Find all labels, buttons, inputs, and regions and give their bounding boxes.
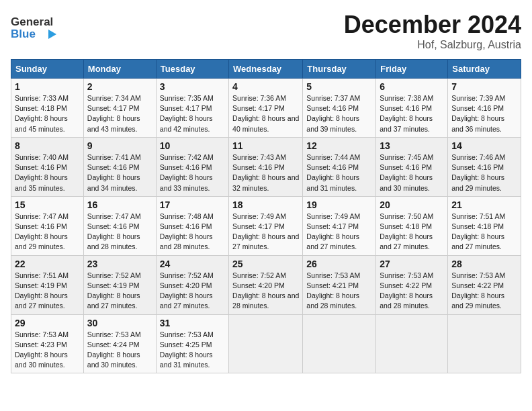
day-number: 5: [306, 81, 372, 92]
calendar-cell: 25Sunrise: 7:52 AMSunset: 4:20 PMDayligh…: [229, 255, 303, 314]
day-detail: Sunrise: 7:44 AMSunset: 4:16 PMDaylight:…: [306, 153, 360, 192]
day-number: 14: [451, 140, 517, 151]
calendar-cell: 1Sunrise: 7:33 AMSunset: 4:18 PMDaylight…: [11, 79, 84, 138]
weekday-header-saturday: Saturday: [448, 60, 521, 79]
weekday-header-monday: Monday: [83, 60, 156, 79]
day-number: 21: [451, 199, 517, 210]
day-detail: Sunrise: 7:53 AMSunset: 4:25 PMDaylight:…: [160, 330, 214, 369]
day-number: 3: [160, 81, 225, 92]
day-detail: Sunrise: 7:41 AMSunset: 4:16 PMDaylight:…: [87, 153, 141, 192]
calendar-cell: 11Sunrise: 7:43 AMSunset: 4:16 PMDayligh…: [229, 137, 303, 196]
title-block: December 2024 Hof, Salzburg, Austria: [344, 11, 521, 51]
calendar-cell: 21Sunrise: 7:51 AMSunset: 4:18 PMDayligh…: [448, 196, 521, 255]
day-detail: Sunrise: 7:49 AMSunset: 4:17 PMDaylight:…: [232, 212, 299, 251]
calendar-cell: 8Sunrise: 7:40 AMSunset: 4:16 PMDaylight…: [11, 137, 84, 196]
day-detail: Sunrise: 7:53 AMSunset: 4:22 PMDaylight:…: [451, 271, 505, 310]
calendar-cell: 26Sunrise: 7:53 AMSunset: 4:21 PMDayligh…: [303, 255, 376, 314]
location-subtitle: Hof, Salzburg, Austria: [344, 39, 521, 51]
calendar-cell: 9Sunrise: 7:41 AMSunset: 4:16 PMDaylight…: [83, 137, 156, 196]
day-number: 12: [306, 140, 372, 151]
svg-text:Blue: Blue: [11, 28, 36, 40]
weekday-header-thursday: Thursday: [303, 60, 376, 79]
day-number: 28: [451, 259, 517, 269]
calendar-cell: 5Sunrise: 7:37 AMSunset: 4:16 PMDaylight…: [303, 79, 376, 138]
calendar-cell: 29Sunrise: 7:53 AMSunset: 4:23 PMDayligh…: [11, 314, 84, 373]
calendar-cell: 30Sunrise: 7:53 AMSunset: 4:24 PMDayligh…: [83, 314, 156, 373]
day-detail: Sunrise: 7:52 AMSunset: 4:20 PMDaylight:…: [232, 271, 299, 310]
day-detail: Sunrise: 7:53 AMSunset: 4:22 PMDaylight:…: [380, 271, 433, 310]
calendar-cell: 10Sunrise: 7:42 AMSunset: 4:16 PMDayligh…: [156, 137, 228, 196]
day-detail: Sunrise: 7:53 AMSunset: 4:23 PMDaylight:…: [15, 330, 69, 369]
day-number: 13: [380, 140, 444, 151]
logo-icon: General Blue: [11, 11, 58, 44]
calendar-cell: 12Sunrise: 7:44 AMSunset: 4:16 PMDayligh…: [303, 137, 376, 196]
day-detail: Sunrise: 7:53 AMSunset: 4:21 PMDaylight:…: [306, 271, 360, 310]
calendar-week-row: 29Sunrise: 7:53 AMSunset: 4:23 PMDayligh…: [11, 314, 521, 373]
day-detail: Sunrise: 7:37 AMSunset: 4:16 PMDaylight:…: [306, 94, 360, 133]
day-detail: Sunrise: 7:51 AMSunset: 4:18 PMDaylight:…: [451, 212, 505, 251]
day-number: 26: [306, 259, 372, 269]
day-number: 16: [87, 199, 152, 210]
day-number: 20: [380, 199, 444, 210]
day-detail: Sunrise: 7:36 AMSunset: 4:17 PMDaylight:…: [232, 94, 299, 133]
calendar-cell: 7Sunrise: 7:39 AMSunset: 4:16 PMDaylight…: [448, 79, 521, 138]
day-number: 11: [232, 140, 299, 151]
day-number: 1: [15, 81, 80, 92]
day-detail: Sunrise: 7:40 AMSunset: 4:16 PMDaylight:…: [15, 153, 69, 192]
day-number: 29: [15, 318, 80, 328]
day-number: 31: [160, 318, 225, 328]
month-title: December 2024: [344, 11, 521, 39]
calendar-cell: 27Sunrise: 7:53 AMSunset: 4:22 PMDayligh…: [376, 255, 448, 314]
day-detail: Sunrise: 7:51 AMSunset: 4:19 PMDaylight:…: [15, 271, 69, 310]
calendar-table: SundayMondayTuesdayWednesdayThursdayFrid…: [11, 59, 521, 373]
calendar-cell: 19Sunrise: 7:49 AMSunset: 4:17 PMDayligh…: [303, 196, 376, 255]
page-header: General Blue December 2024 Hof, Salzburg…: [11, 11, 521, 51]
calendar-week-row: 8Sunrise: 7:40 AMSunset: 4:16 PMDaylight…: [11, 137, 521, 196]
weekday-header-tuesday: Tuesday: [156, 60, 228, 79]
day-number: 30: [87, 318, 152, 328]
calendar-cell: [448, 314, 521, 373]
calendar-week-row: 1Sunrise: 7:33 AMSunset: 4:18 PMDaylight…: [11, 79, 521, 138]
calendar-cell: 28Sunrise: 7:53 AMSunset: 4:22 PMDayligh…: [448, 255, 521, 314]
weekday-header-friday: Friday: [376, 60, 448, 79]
day-number: 22: [15, 259, 80, 269]
calendar-cell: 20Sunrise: 7:50 AMSunset: 4:18 PMDayligh…: [376, 196, 448, 255]
calendar-cell: [376, 314, 448, 373]
day-detail: Sunrise: 7:53 AMSunset: 4:24 PMDaylight:…: [87, 330, 141, 369]
day-detail: Sunrise: 7:47 AMSunset: 4:16 PMDaylight:…: [15, 212, 69, 251]
calendar-cell: 2Sunrise: 7:34 AMSunset: 4:17 PMDaylight…: [83, 79, 156, 138]
calendar-week-row: 15Sunrise: 7:47 AMSunset: 4:16 PMDayligh…: [11, 196, 521, 255]
day-detail: Sunrise: 7:38 AMSunset: 4:16 PMDaylight:…: [380, 94, 433, 133]
calendar-cell: [229, 314, 303, 373]
weekday-header-sunday: Sunday: [11, 60, 84, 79]
day-number: 27: [380, 259, 444, 269]
day-number: 7: [451, 81, 517, 92]
calendar-cell: 18Sunrise: 7:49 AMSunset: 4:17 PMDayligh…: [229, 196, 303, 255]
day-number: 6: [380, 81, 444, 92]
calendar-cell: 22Sunrise: 7:51 AMSunset: 4:19 PMDayligh…: [11, 255, 84, 314]
calendar-cell: 24Sunrise: 7:52 AMSunset: 4:20 PMDayligh…: [156, 255, 228, 314]
day-detail: Sunrise: 7:47 AMSunset: 4:16 PMDaylight:…: [87, 212, 141, 251]
calendar-cell: 15Sunrise: 7:47 AMSunset: 4:16 PMDayligh…: [11, 196, 84, 255]
day-detail: Sunrise: 7:39 AMSunset: 4:16 PMDaylight:…: [451, 94, 505, 133]
calendar-cell: 17Sunrise: 7:48 AMSunset: 4:16 PMDayligh…: [156, 196, 228, 255]
day-number: 9: [87, 140, 152, 151]
day-detail: Sunrise: 7:43 AMSunset: 4:16 PMDaylight:…: [232, 153, 299, 192]
calendar-cell: 13Sunrise: 7:45 AMSunset: 4:16 PMDayligh…: [376, 137, 448, 196]
calendar-cell: 4Sunrise: 7:36 AMSunset: 4:17 PMDaylight…: [229, 79, 303, 138]
day-number: 23: [87, 259, 152, 269]
day-detail: Sunrise: 7:52 AMSunset: 4:19 PMDaylight:…: [87, 271, 141, 310]
day-detail: Sunrise: 7:34 AMSunset: 4:17 PMDaylight:…: [87, 94, 141, 133]
day-number: 25: [232, 259, 299, 269]
day-number: 15: [15, 199, 80, 210]
calendar-cell: 31Sunrise: 7:53 AMSunset: 4:25 PMDayligh…: [156, 314, 228, 373]
day-detail: Sunrise: 7:50 AMSunset: 4:18 PMDaylight:…: [380, 212, 433, 251]
day-detail: Sunrise: 7:49 AMSunset: 4:17 PMDaylight:…: [306, 212, 360, 251]
calendar-cell: 16Sunrise: 7:47 AMSunset: 4:16 PMDayligh…: [83, 196, 156, 255]
calendar-cell: 3Sunrise: 7:35 AMSunset: 4:17 PMDaylight…: [156, 79, 228, 138]
day-number: 18: [232, 199, 299, 210]
day-number: 8: [15, 140, 80, 151]
calendar-cell: 6Sunrise: 7:38 AMSunset: 4:16 PMDaylight…: [376, 79, 448, 138]
weekday-header-wednesday: Wednesday: [229, 60, 303, 79]
day-detail: Sunrise: 7:42 AMSunset: 4:16 PMDaylight:…: [160, 153, 214, 192]
